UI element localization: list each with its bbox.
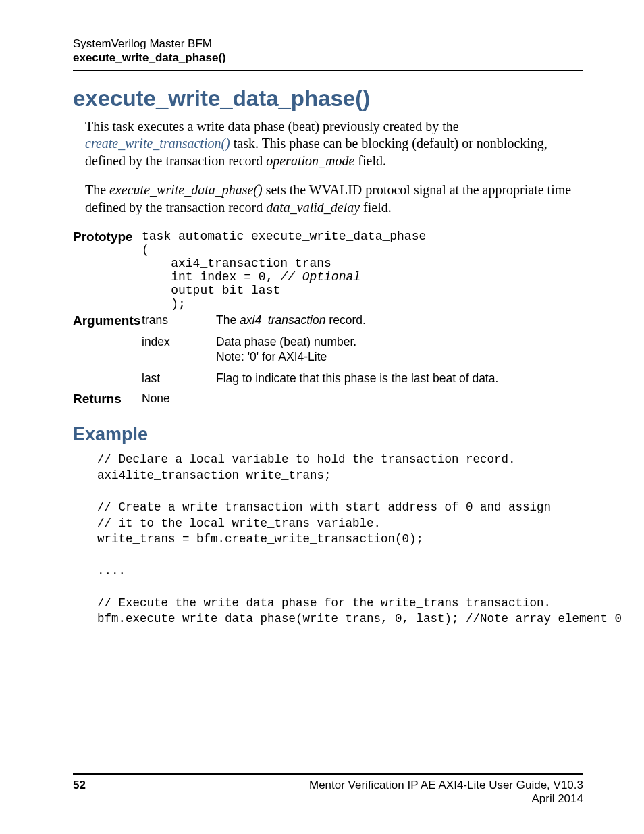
arg-index-name: index: [142, 330, 216, 366]
page: SystemVerilog Master BFM execute_write_d…: [0, 0, 644, 834]
arg-trans-name: trans: [142, 312, 216, 330]
returns-value: None: [142, 388, 583, 408]
running-header: SystemVerilog Master BFM execute_write_d…: [73, 36, 583, 66]
example-code: // Declare a local variable to hold the …: [97, 452, 583, 627]
create-write-transaction-link[interactable]: create_write_transaction(): [85, 136, 230, 151]
footer-rule: [73, 773, 583, 775]
arg-trans-desc: The axi4_transaction record.: [216, 312, 583, 330]
arg-index-desc: Data phase (beat) number. Note: '0' for …: [216, 330, 583, 366]
intro-paragraph-2: The execute_write_data_phase() sets the …: [85, 182, 583, 216]
header-line1: SystemVerilog Master BFM: [73, 36, 583, 51]
returns-label: Returns: [73, 388, 142, 408]
header-line2: execute_write_data_phase(): [73, 51, 583, 65]
header-rule: [73, 70, 583, 71]
arguments-label: Arguments: [73, 312, 142, 330]
body-text: This task executes a write data phase (b…: [85, 118, 583, 217]
intro-paragraph-1: This task executes a write data phase (b…: [85, 118, 583, 170]
prototype-code: task automatic execute_write_data_phase …: [142, 228, 583, 312]
arg-last-name: last: [142, 366, 216, 388]
page-number: 52: [73, 779, 86, 806]
footer-right: Mentor Verification IP AE AXI4-Lite User…: [309, 779, 583, 806]
footer-date: April 2014: [309, 792, 583, 806]
page-title: execute_write_data_phase(): [73, 86, 583, 111]
arg-last-desc: Flag to indicate that this phase is the …: [216, 366, 583, 388]
prototype-table: Prototype task automatic execute_write_d…: [73, 228, 583, 408]
footer-row: 52 Mentor Verification IP AE AXI4-Lite U…: [73, 779, 583, 806]
page-footer: 52 Mentor Verification IP AE AXI4-Lite U…: [73, 773, 583, 806]
footer-guide: Mentor Verification IP AE AXI4-Lite User…: [309, 779, 583, 792]
example-heading: Example: [73, 424, 583, 445]
prototype-label: Prototype: [73, 228, 142, 312]
